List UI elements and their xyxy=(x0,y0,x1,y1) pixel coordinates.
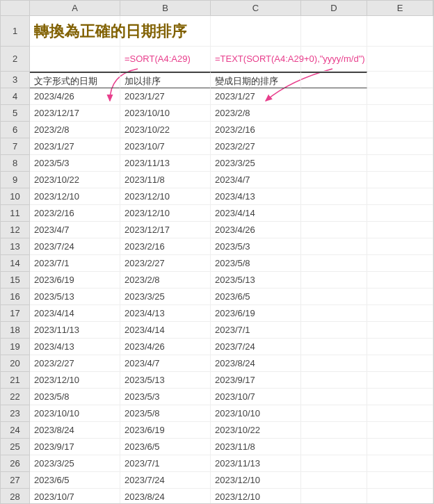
cell-b20[interactable]: 2023/4/7 xyxy=(120,355,211,372)
cell-a9[interactable]: 2023/10/22 xyxy=(30,172,120,188)
cell-e22[interactable] xyxy=(367,389,433,405)
cell-e11[interactable] xyxy=(367,205,433,222)
cell-d11[interactable] xyxy=(301,205,367,222)
cell-a22[interactable]: 2023/5/8 xyxy=(30,389,120,405)
cell-c28[interactable]: 2023/12/10 xyxy=(211,489,301,504)
cell-c13[interactable]: 2023/5/3 xyxy=(211,238,301,255)
row-header-7[interactable]: 7 xyxy=(1,138,30,155)
cell-e17[interactable] xyxy=(367,305,433,322)
cell-a6[interactable]: 2023/2/8 xyxy=(30,122,120,138)
cell-c15[interactable]: 2023/5/13 xyxy=(211,272,301,288)
cell-d12[interactable] xyxy=(301,222,367,238)
cell-d15[interactable] xyxy=(301,272,367,288)
cell-b23[interactable]: 2023/5/8 xyxy=(120,405,211,422)
cell-e27[interactable] xyxy=(367,472,433,489)
row-header-19[interactable]: 19 xyxy=(1,339,30,355)
cell-r2-pad-1[interactable] xyxy=(367,47,433,72)
cell-e15[interactable] xyxy=(367,272,433,288)
cell-d22[interactable] xyxy=(301,389,367,405)
row-header-12[interactable]: 12 xyxy=(1,222,30,238)
header-c[interactable]: 變成日期的排序 xyxy=(211,72,301,88)
cell-d7[interactable] xyxy=(301,138,367,155)
cell-c11[interactable]: 2023/4/14 xyxy=(211,205,301,222)
cell-c5[interactable]: 2023/2/8 xyxy=(211,105,301,122)
cell-a12[interactable]: 2023/4/7 xyxy=(30,222,120,238)
cell-c16[interactable]: 2023/6/5 xyxy=(211,288,301,305)
cell-r1-1[interactable] xyxy=(211,16,301,47)
cell-b26[interactable]: 2023/7/1 xyxy=(120,455,211,472)
cell-e13[interactable] xyxy=(367,238,433,255)
cell-b15[interactable]: 2023/2/8 xyxy=(120,272,211,288)
cell-b9[interactable]: 2023/11/8 xyxy=(120,172,211,188)
cell-d14[interactable] xyxy=(301,255,367,272)
cell-e9[interactable] xyxy=(367,172,433,188)
row-header-9[interactable]: 9 xyxy=(1,172,30,188)
cell-b22[interactable]: 2023/5/3 xyxy=(120,389,211,405)
row-header-4[interactable]: 4 xyxy=(1,88,30,105)
cell-d5[interactable] xyxy=(301,105,367,122)
cell-c10[interactable]: 2023/4/13 xyxy=(211,188,301,205)
cell-e18[interactable] xyxy=(367,322,433,339)
cell-d28[interactable] xyxy=(301,489,367,504)
cell-a15[interactable]: 2023/6/19 xyxy=(30,272,120,288)
row-header-6[interactable]: 6 xyxy=(1,122,30,138)
header-a[interactable]: 文字形式的日期 xyxy=(30,72,120,88)
cell-e25[interactable] xyxy=(367,439,433,455)
cell-e26[interactable] xyxy=(367,455,433,472)
cell-a21[interactable]: 2023/12/10 xyxy=(30,372,120,389)
cell-r2-pad-0[interactable] xyxy=(301,47,367,72)
cell-d13[interactable] xyxy=(301,238,367,255)
cell-c18[interactable]: 2023/7/1 xyxy=(211,322,301,339)
cell-c23[interactable]: 2023/10/10 xyxy=(211,405,301,422)
cell-d21[interactable] xyxy=(301,372,367,389)
cell-d8[interactable] xyxy=(301,155,367,172)
cell-b25[interactable]: 2023/6/5 xyxy=(120,439,211,455)
cell-c24[interactable]: 2023/10/22 xyxy=(211,422,301,439)
cell-a20[interactable]: 2023/2/27 xyxy=(30,355,120,372)
row-header-5[interactable]: 5 xyxy=(1,105,30,122)
cell-d9[interactable] xyxy=(301,172,367,188)
cell-b8[interactable]: 2023/11/13 xyxy=(120,155,211,172)
cell-b7[interactable]: 2023/10/7 xyxy=(120,138,211,155)
header-b[interactable]: 加以排序 xyxy=(120,72,211,88)
cell-e16[interactable] xyxy=(367,288,433,305)
cell-b16[interactable]: 2023/3/25 xyxy=(120,288,211,305)
cell-a23[interactable]: 2023/10/10 xyxy=(30,405,120,422)
cell-d3[interactable] xyxy=(301,72,367,88)
cell-b17[interactable]: 2023/4/13 xyxy=(120,305,211,322)
cell-e7[interactable] xyxy=(367,138,433,155)
row-header-23[interactable]: 23 xyxy=(1,405,30,422)
row-header-16[interactable]: 16 xyxy=(1,288,30,305)
row-header-13[interactable]: 13 xyxy=(1,238,30,255)
cell-e6[interactable] xyxy=(367,122,433,138)
cell-e23[interactable] xyxy=(367,405,433,422)
cell-e12[interactable] xyxy=(367,222,433,238)
cell-e5[interactable] xyxy=(367,105,433,122)
cell-a1[interactable]: 轉換為正確的日期排序 xyxy=(30,16,120,47)
cell-e10[interactable] xyxy=(367,188,433,205)
cell-c9[interactable]: 2023/4/7 xyxy=(211,172,301,188)
column-header-C[interactable]: C xyxy=(211,1,301,16)
cell-d19[interactable] xyxy=(301,339,367,355)
cell-a5[interactable]: 2023/12/17 xyxy=(30,105,120,122)
cell-d25[interactable] xyxy=(301,439,367,455)
cell-b10[interactable]: 2023/12/10 xyxy=(120,188,211,205)
cell-a16[interactable]: 2023/5/13 xyxy=(30,288,120,305)
cell-c22[interactable]: 2023/10/7 xyxy=(211,389,301,405)
cell-a18[interactable]: 2023/11/13 xyxy=(30,322,120,339)
cell-c2[interactable]: =TEXT(SORT(A4:A29+0),"yyyy/m/d") xyxy=(211,47,301,72)
cell-e20[interactable] xyxy=(367,355,433,372)
row-header-2[interactable]: 2 xyxy=(1,47,30,72)
cell-a28[interactable]: 2023/10/7 xyxy=(30,489,120,504)
cell-e8[interactable] xyxy=(367,155,433,172)
row-header-3[interactable]: 3 xyxy=(1,72,30,88)
cell-r1-0[interactable] xyxy=(120,16,211,47)
cell-b24[interactable]: 2023/6/19 xyxy=(120,422,211,439)
cell-d18[interactable] xyxy=(301,322,367,339)
cell-a13[interactable]: 2023/7/24 xyxy=(30,238,120,255)
row-header-24[interactable]: 24 xyxy=(1,422,30,439)
cell-b11[interactable]: 2023/12/10 xyxy=(120,205,211,222)
cell-e14[interactable] xyxy=(367,255,433,272)
cell-b27[interactable]: 2023/7/24 xyxy=(120,472,211,489)
cell-a27[interactable]: 2023/6/5 xyxy=(30,472,120,489)
